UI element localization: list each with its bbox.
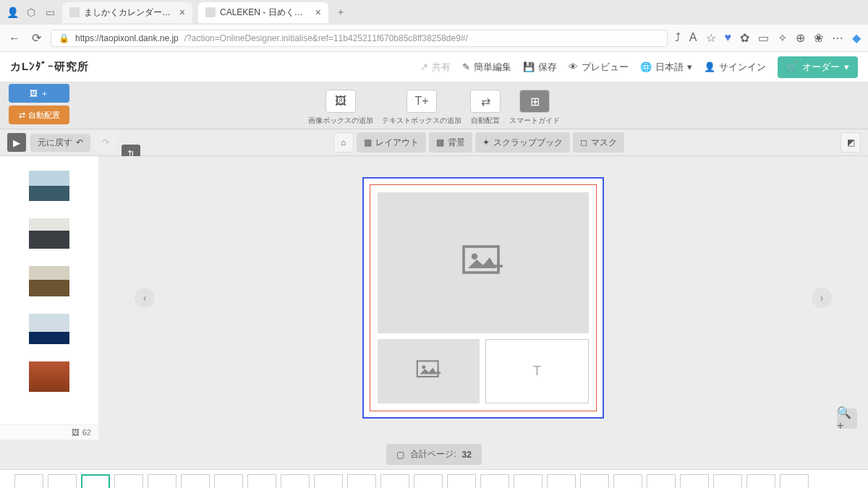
page-thumb-6[interactable]: 6 [181, 474, 210, 488]
page-frame[interactable]: T [362, 177, 604, 419]
ext-icon[interactable]: ✧ [778, 31, 787, 45]
page-thumb-18[interactable]: 18 [580, 474, 609, 488]
add-image-box-tool[interactable]: 🖼 画像ボックスの追加 [308, 90, 373, 126]
image-box-large[interactable] [378, 192, 589, 333]
tab-bar: 👤 ⬡ ▭ ましかくカレンダー（日めくり） - × CALEKEN - 日めくり… [0, 0, 868, 25]
page-thumb-23[interactable]: 23 [746, 474, 775, 488]
zoom-in-button[interactable]: 🔍+ [837, 408, 857, 429]
easy-edit-button[interactable]: ✎簡単編集 [462, 61, 511, 74]
close-icon[interactable]: × [179, 7, 185, 18]
ext-icon[interactable]: A [689, 31, 697, 45]
page-thumb-13[interactable]: 13 [414, 474, 443, 488]
refresh-icon[interactable]: ⟳ [29, 31, 43, 45]
page-thumb-24[interactable]: 24 [780, 474, 809, 488]
save-button[interactable]: 💾保存 [523, 61, 557, 74]
page-thumb-8[interactable]: 8 [247, 474, 276, 488]
library-thumb[interactable] [29, 266, 69, 296]
mask-button[interactable]: ◻マスク [573, 132, 624, 153]
ext-icon[interactable]: ❀ [814, 31, 823, 45]
swap-icon: ⇄ [481, 95, 490, 108]
page-thumb-15[interactable]: 15 [480, 474, 509, 488]
library-thumb[interactable] [29, 218, 69, 249]
text-box[interactable]: T [485, 339, 589, 403]
ext-icon[interactable]: ✿ [740, 31, 749, 45]
page-thumb-box [214, 474, 243, 488]
ext-icon[interactable]: ⊕ [796, 31, 805, 45]
copilot-icon[interactable]: ◆ [852, 31, 861, 45]
page-thumbnail-strip[interactable]: 123456789101112131415161718192021222324 [0, 469, 868, 488]
page-thumb-box [314, 474, 343, 488]
more-icon[interactable]: ⋯ [832, 31, 843, 45]
browser-tab-1[interactable]: ましかくカレンダー（日めくり） - × [62, 2, 192, 23]
page-thumb-22[interactable]: 22 [713, 474, 742, 488]
home-icon: ⌂ [341, 137, 346, 147]
page-thumb-box [713, 474, 742, 488]
ext-icon[interactable]: ▭ [758, 31, 769, 45]
page-thumb-10[interactable]: 10 [314, 474, 343, 488]
ext-icon[interactable]: ⤴ [675, 31, 681, 45]
page-thumb-1[interactable]: 1 [14, 474, 43, 488]
library-thumb[interactable] [29, 314, 69, 344]
profile-icon[interactable]: 👤 [6, 6, 19, 19]
background-button[interactable]: ▩背景 [429, 132, 472, 153]
page-thumb-4[interactable]: 4 [114, 474, 143, 488]
layout-icon: ▦ [364, 137, 372, 147]
signin-button[interactable]: 👤サインイン [704, 61, 766, 74]
page-thumb-20[interactable]: 20 [647, 474, 676, 488]
ext-icon[interactable]: ♥ [725, 31, 732, 45]
tab-favicon [205, 7, 216, 17]
browser-chrome: 👤 ⬡ ▭ ましかくカレンダー（日めくり） - × CALEKEN - 日めくり… [0, 0, 868, 52]
layout-button[interactable]: ▦レイアウト [357, 132, 426, 153]
new-tab-icon[interactable]: ＋ [334, 6, 347, 19]
window-icon[interactable]: ▭ [43, 6, 56, 19]
adjust-button[interactable]: ◩ [841, 132, 861, 153]
page-thumb-2[interactable]: 2 [48, 474, 77, 488]
page-thumb-19[interactable]: 19 [613, 474, 642, 488]
url-host: https://taopixonl.dank.ne.jp [75, 33, 179, 43]
preview-button[interactable]: 👁プレビュー [569, 61, 629, 74]
play-button[interactable]: ▶ [7, 133, 26, 152]
auto-layout-tool[interactable]: ⇄ 自動配置 [470, 90, 501, 126]
home-button[interactable]: ⌂ [333, 132, 354, 153]
page-thumb-7[interactable]: 7 [214, 474, 243, 488]
svg-rect-2 [417, 361, 438, 377]
page-thumb-16[interactable]: 16 [514, 474, 542, 488]
smart-guide-tool[interactable]: ⊞ スマートガイド [509, 90, 560, 126]
back-icon[interactable]: ← [7, 32, 22, 45]
auto-layout-side-button[interactable]: ⇄自動配置 [9, 106, 69, 124]
next-page-button[interactable]: › [812, 288, 832, 308]
library-thumb[interactable] [29, 171, 69, 201]
page-thumb-5[interactable]: 5 [148, 474, 176, 488]
page-thumb-14[interactable]: 14 [447, 474, 476, 488]
language-button[interactable]: 🌐日本語▾ [640, 61, 692, 74]
main-toolbar: 🖼 画像ボックスの追加 T+ テキストボックスの追加 ⇄ 自動配置 ⊞ スマート… [0, 82, 868, 129]
add-text-box-tool[interactable]: T+ テキストボックスの追加 [382, 90, 461, 126]
save-icon: 💾 [523, 61, 535, 72]
page-thumb-17[interactable]: 17 [547, 474, 576, 488]
page-thumb-11[interactable]: 11 [347, 474, 376, 488]
page-thumb-12[interactable]: 12 [380, 474, 409, 488]
page-count-display[interactable]: ▢ 合計ページ: 32 [386, 444, 482, 465]
page-thumb-3[interactable]: 3 [81, 474, 110, 488]
page-thumb-21[interactable]: 21 [680, 474, 709, 488]
canvas-area: ‹ › 🔍+ T [98, 156, 868, 440]
page-thumb-9[interactable]: 9 [281, 474, 310, 488]
mask-icon: ◻ [580, 137, 587, 147]
prev-page-button[interactable]: ‹ [135, 288, 155, 308]
undo-button[interactable]: 元に戻す↶ [30, 134, 90, 152]
browser-tab-2[interactable]: CALEKEN - 日めくりカレンダー# × [198, 2, 328, 23]
add-image-side-button[interactable]: 🖼＋ [9, 84, 69, 103]
text-placeholder: T [533, 364, 541, 379]
url-input[interactable]: 🔒 https://taopixonl.dank.ne.jp/?action=O… [51, 30, 668, 47]
redo-button[interactable]: ↷ [95, 134, 116, 150]
svg-point-1 [472, 253, 477, 259]
order-button[interactable]: 🛒オーダー▾ [778, 56, 858, 78]
share-button[interactable]: ↗共有 [420, 61, 451, 74]
image-box-small[interactable] [378, 339, 480, 403]
cube-icon[interactable]: ⬡ [25, 6, 38, 19]
scrapbook-button[interactable]: ✦スクラップブック [475, 132, 570, 153]
star-icon[interactable]: ☆ [706, 31, 716, 45]
image-placeholder-icon [461, 244, 505, 283]
close-icon[interactable]: × [315, 7, 321, 18]
library-thumb[interactable] [29, 361, 69, 392]
